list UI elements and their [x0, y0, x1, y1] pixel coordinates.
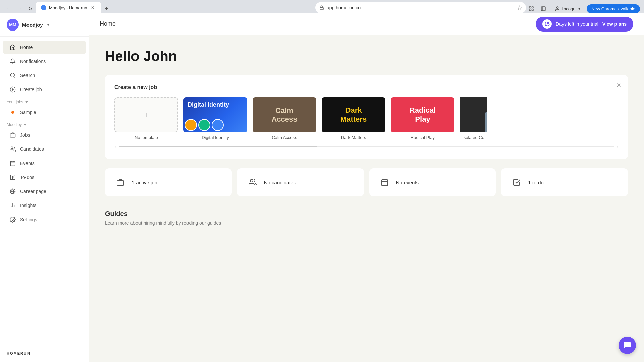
- sidebar-item-notifications[interactable]: Notifications: [3, 55, 86, 68]
- template-thumb-radical-play[interactable]: RadicalPlay: [391, 97, 454, 132]
- org-dropdown-arrow[interactable]: ▼: [46, 22, 50, 27]
- calendar-icon: [379, 176, 391, 188]
- sidebar-item-settings[interactable]: Settings: [3, 213, 86, 226]
- incognito-label: Incognito: [562, 6, 580, 11]
- plus-circle-icon: [9, 86, 16, 93]
- sidebar-item-jobs[interactable]: Jobs: [3, 128, 86, 142]
- moodjoy-section-label: Moodjoy ▼: [0, 120, 89, 128]
- scroll-bar-row: ‹ ›: [114, 144, 619, 149]
- sidebar-item-insights[interactable]: Insights: [3, 199, 86, 212]
- sidebar-item-todos[interactable]: To-dos: [3, 171, 86, 184]
- svg-rect-31: [117, 181, 124, 185]
- events-icon: [9, 160, 16, 167]
- sidebar-toggle[interactable]: [539, 4, 548, 13]
- sample-label: Sample: [20, 110, 36, 115]
- template-label-calm-access: Calm Access: [272, 135, 297, 140]
- template-thumb-digital-identity[interactable]: Digital Identity: [183, 97, 247, 132]
- home-icon: [9, 44, 16, 51]
- forward-button[interactable]: →: [15, 4, 24, 13]
- sidebar-item-search[interactable]: Search: [3, 69, 86, 82]
- tab-close-button[interactable]: ✕: [90, 5, 96, 11]
- main-content: Home 15 Days left in your trial View pla…: [89, 13, 644, 362]
- homerun-logo: HOMERUN: [7, 351, 82, 355]
- chat-icon: [623, 341, 631, 349]
- stat-card-events[interactable]: No events: [369, 168, 496, 196]
- template-label-isolated-co: Isolated Co: [462, 135, 484, 140]
- checkbox-icon: [511, 176, 523, 188]
- avatar: MM: [7, 19, 19, 31]
- new-chrome-pill[interactable]: New Chrome available: [587, 4, 640, 13]
- scroll-thumb: [119, 146, 317, 147]
- stat-card-candidates[interactable]: No candidates: [237, 168, 364, 196]
- extensions-button[interactable]: [527, 4, 536, 13]
- svg-point-8: [557, 7, 558, 8]
- app-container: MM Moodjoy ▼ Home Notifications: [0, 13, 644, 362]
- svg-point-30: [12, 219, 14, 221]
- briefcase-icon: [114, 176, 126, 188]
- page-title: Home: [100, 20, 116, 27]
- active-tab[interactable]: Moodjoy · Homerun ✕: [36, 2, 101, 13]
- sidebar-item-candidates[interactable]: Candidates: [3, 142, 86, 156]
- todos-icon: [9, 174, 16, 181]
- guides-section: Guides Learn more about hiring mindfully…: [105, 210, 628, 226]
- template-thumb-calm-access[interactable]: CalmAccess: [253, 97, 316, 132]
- sidebar-item-sample[interactable]: Sample: [3, 106, 86, 119]
- guides-subtitle: Learn more about hiring mindfully by rea…: [105, 220, 628, 226]
- no-events-label: No events: [396, 180, 419, 185]
- svg-marker-1: [518, 6, 522, 9]
- main-header: Home 15 Days left in your trial View pla…: [89, 13, 644, 35]
- photo-1: [185, 119, 197, 131]
- notifications-label: Notifications: [20, 59, 46, 64]
- stat-card-todos[interactable]: 1 to-do: [501, 168, 628, 196]
- no-candidates-label: No candidates: [264, 180, 296, 185]
- close-create-job-button[interactable]: ✕: [616, 82, 621, 89]
- template-thumb-isolated-co[interactable]: ISOICO: [460, 97, 487, 132]
- address-bar[interactable]: app.homerun.co: [315, 2, 526, 13]
- nav-buttons: ← → ↻: [4, 4, 35, 13]
- scroll-left-button[interactable]: ‹: [114, 144, 116, 149]
- stat-card-active-jobs[interactable]: 1 active job: [105, 168, 232, 196]
- guides-title: Guides: [105, 210, 628, 218]
- career-page-icon: [9, 188, 16, 195]
- template-item-radical-play: RadicalPlay Radical Play: [391, 97, 454, 140]
- trial-text: Days left in your trial: [556, 21, 598, 27]
- svg-rect-0: [320, 7, 324, 9]
- sidebar-item-home[interactable]: Home: [3, 41, 86, 54]
- sidebar-footer: HOMERUN: [0, 345, 89, 362]
- svg-rect-17: [10, 161, 15, 166]
- svg-rect-6: [541, 7, 545, 11]
- tab-favicon: [41, 5, 46, 10]
- sidebar-item-career-page[interactable]: Career page: [3, 185, 86, 198]
- lock-icon: [319, 5, 324, 10]
- new-tab-button[interactable]: +: [102, 4, 111, 13]
- photo-3: [212, 119, 224, 131]
- template-item-no-template: + No template: [114, 97, 178, 140]
- candidates-label: Candidates: [20, 146, 44, 152]
- insights-label: Insights: [20, 203, 36, 208]
- back-button[interactable]: ←: [4, 4, 13, 13]
- sidebar-item-events[interactable]: Events: [3, 157, 86, 170]
- people-icon: [247, 176, 259, 188]
- svg-rect-15: [10, 134, 15, 137]
- chat-button[interactable]: [619, 337, 636, 354]
- svg-point-14: [11, 111, 14, 114]
- svg-point-32: [250, 179, 253, 182]
- template-thumb-dark-matters[interactable]: DarkMatters: [322, 97, 385, 132]
- scroll-right-button[interactable]: ›: [617, 144, 619, 149]
- stats-row: 1 active job No candidates No events: [105, 168, 628, 196]
- browser-actions: Incognito New Chrome available: [527, 4, 640, 13]
- templates-row: + No template Digital Identity: [114, 97, 619, 140]
- view-plans-button[interactable]: View plans: [602, 21, 627, 27]
- search-icon: [9, 72, 16, 79]
- template-thumb-no-template[interactable]: +: [114, 97, 178, 132]
- active-jobs-label: 1 active job: [132, 180, 157, 185]
- star-icon[interactable]: [517, 5, 522, 10]
- page-body: Hello John Create a new job ✕ + No templ…: [89, 35, 644, 362]
- settings-icon: [9, 216, 16, 223]
- todos-label: To-dos: [20, 175, 34, 180]
- sidebar-item-create-job[interactable]: Create job: [3, 83, 86, 96]
- scroll-track: [119, 146, 614, 147]
- refresh-button[interactable]: ↻: [25, 4, 35, 13]
- events-label: Events: [20, 161, 35, 166]
- photo-2: [198, 119, 210, 131]
